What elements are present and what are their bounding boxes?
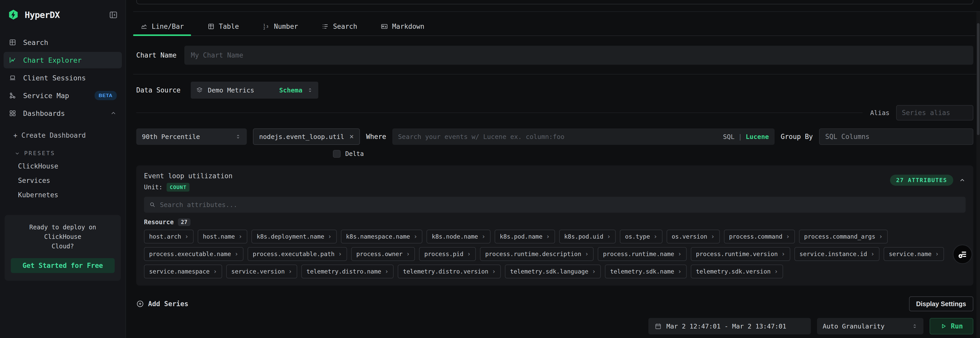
layers-icon — [196, 87, 203, 94]
attribute-chip[interactable]: process.pid› — [419, 247, 476, 261]
attribute-chip[interactable]: k8s.node.name› — [426, 230, 490, 243]
chevron-right-icon: › — [781, 251, 785, 258]
tab-number[interactable]: 123 Number — [256, 17, 305, 35]
attributes-search-input[interactable] — [160, 201, 961, 209]
add-series-button[interactable]: Add Series — [136, 300, 188, 308]
attribute-chip[interactable]: telemetry.distro.name› — [301, 265, 394, 278]
schema-link[interactable]: Schema — [279, 87, 302, 94]
attribute-chip[interactable]: process.runtime.description› — [480, 247, 593, 261]
preset-item[interactable]: Services — [0, 173, 126, 188]
attribute-chip[interactable]: host.arch› — [144, 230, 194, 243]
attribute-chip[interactable]: k8s.deployment.name› — [251, 230, 337, 243]
chevron-right-icon: › — [678, 268, 681, 275]
sidebar-item-service-map[interactable]: Service Map BETA — [3, 87, 122, 104]
alias-label: Alias — [870, 109, 889, 117]
feedback-widget-button[interactable] — [953, 244, 972, 264]
sql-toggle[interactable]: SQL — [723, 133, 735, 141]
chevron-right-icon: › — [786, 233, 789, 240]
sidebar-item-label: Dashboards — [23, 109, 65, 117]
data-source-select[interactable]: Demo Metrics Schema — [191, 82, 318, 98]
sidebar-item-chart-explorer[interactable]: Chart Explorer — [3, 52, 122, 68]
sidebar-nav: Search Chart Explorer Client Sessions Se… — [0, 33, 126, 123]
attribute-chip[interactable]: host.name› — [198, 230, 247, 243]
group-by-input[interactable] — [825, 133, 967, 141]
query-language-toggle: SQL | Lucene — [723, 133, 769, 141]
tab-search[interactable]: Search — [314, 17, 364, 35]
chevron-right-icon: › — [935, 251, 939, 258]
attributes-header-left: Event loop utilization Unit: COUNT — [144, 172, 232, 192]
chevron-right-icon: › — [492, 268, 496, 275]
attribute-chip[interactable]: process.command_args› — [799, 230, 888, 243]
attribute-chip[interactable]: k8s.namespace.name› — [341, 230, 423, 243]
close-icon[interactable]: × — [349, 133, 354, 140]
attribute-chip[interactable]: process.command› — [724, 230, 795, 243]
lucene-toggle[interactable]: Lucene — [746, 133, 769, 141]
attribute-chip[interactable]: os.type› — [620, 230, 662, 243]
attribute-chip[interactable]: process.executable.path› — [248, 247, 347, 261]
collapse-sidebar-icon[interactable] — [109, 11, 118, 19]
attribute-chip[interactable]: k8s.pod.uid› — [559, 230, 616, 243]
sidebar-item-dashboards[interactable]: Dashboards — [3, 105, 122, 122]
delta-row: Delta — [333, 149, 973, 158]
time-range-picker[interactable]: Mar 2 12:47:01 - Mar 2 13:47:01 — [648, 318, 811, 335]
chart-name-input[interactable] — [191, 51, 967, 59]
attribute-chip[interactable]: process.runtime.name› — [598, 247, 686, 261]
attribute-chip[interactable]: service.namespace› — [144, 265, 222, 278]
alias-row: Alias — [136, 105, 973, 121]
sidebar-item-client-sessions[interactable]: Client Sessions — [3, 70, 122, 86]
tab-label: Markdown — [392, 22, 424, 30]
select-updown-icon — [235, 133, 241, 140]
attribute-chip[interactable]: process.executable.name› — [144, 247, 243, 261]
tab-line-bar[interactable]: Line/Bar — [133, 17, 191, 35]
create-dashboard-button[interactable]: + Create Dashboard — [0, 132, 126, 139]
display-settings-button[interactable]: Display Settings — [909, 297, 974, 311]
granularity-value: Auto Granularity — [822, 322, 885, 330]
preset-item[interactable]: Kubernetes — [0, 188, 126, 202]
attribute-chip[interactable]: k8s.pod.name› — [495, 230, 555, 243]
attribute-chip[interactable]: telemetry.distro.version› — [398, 265, 501, 278]
tab-markdown[interactable]: Markdown — [374, 17, 431, 35]
where-search-input[interactable] — [398, 133, 719, 141]
scrollbar-thumb[interactable] — [977, 23, 980, 135]
attribute-chip[interactable]: os.version› — [667, 230, 720, 243]
chevron-right-icon: › — [871, 251, 874, 258]
sidebar-item-search[interactable]: Search — [3, 34, 122, 51]
data-source-label: Data Source — [136, 86, 180, 94]
metric-chip[interactable]: nodejs.event_loop.util × — [253, 129, 360, 145]
granularity-select[interactable]: Auto Granularity — [817, 318, 923, 335]
divider — [136, 113, 862, 113]
chart-name-row: Chart Name — [136, 46, 973, 65]
tab-table[interactable]: Table — [200, 17, 246, 35]
chevron-up-icon[interactable] — [110, 110, 117, 117]
chevron-right-icon: › — [288, 268, 292, 275]
hyperdx-logo-icon — [8, 9, 19, 21]
attribute-chip[interactable]: service.instance.id› — [794, 247, 880, 261]
time-range-value: Mar 2 12:47:01 - Mar 2 13:47:01 — [667, 322, 786, 330]
data-source-row: Data Source Demo Metrics Schema — [136, 82, 973, 98]
presets-section-header[interactable]: PRESETS — [0, 150, 126, 156]
svg-text:2: 2 — [263, 27, 265, 30]
tab-label: Number — [274, 22, 298, 30]
metric-name: nodejs.event_loop.util — [259, 133, 344, 141]
chevron-up-icon[interactable] — [959, 177, 966, 184]
attribute-chip[interactable]: telemetry.sdk.name› — [605, 265, 687, 278]
delta-checkbox[interactable] — [333, 150, 340, 158]
attribute-chip[interactable]: telemetry.sdk.language› — [505, 265, 601, 278]
get-started-button[interactable]: Get Started for Free — [11, 258, 115, 273]
attribute-chip[interactable]: process.owner› — [351, 247, 415, 261]
resource-group-row: Resource 27 — [144, 218, 966, 226]
attribute-chip[interactable]: process.runtime.version› — [691, 247, 790, 261]
beta-badge: BETA — [95, 91, 117, 100]
attribute-chip[interactable]: service.version› — [226, 265, 297, 278]
run-button[interactable]: Run — [930, 318, 973, 335]
chart-name-label: Chart Name — [136, 51, 177, 59]
service-map-nodes-icon — [9, 92, 16, 99]
preset-item[interactable]: ClickHouse — [0, 159, 126, 173]
attributes-header: Event loop utilization Unit: COUNT 27 AT… — [144, 172, 966, 192]
attribute-chip[interactable]: service.name› — [884, 247, 944, 261]
aggregation-select[interactable]: 90th Percentile — [136, 129, 247, 145]
attribute-chip[interactable]: telemetry.sdk.version› — [691, 265, 783, 278]
sidebar-item-label: Search — [23, 38, 48, 46]
select-updown-icon — [912, 323, 918, 329]
series-alias-input[interactable] — [902, 109, 968, 117]
